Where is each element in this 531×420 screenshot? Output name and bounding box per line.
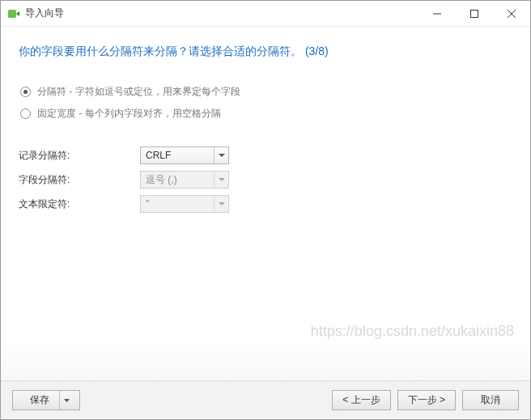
radio-fixed-width[interactable]: 固定宽度 - 每个列内字段对齐，用空格分隔	[20, 107, 512, 121]
cancel-button[interactable]: 取消	[462, 390, 519, 410]
window-controls	[418, 1, 530, 26]
window-title: 导入向导	[25, 6, 418, 20]
field-delimiter-value: 逗号 (,)	[146, 173, 177, 187]
delimiter-type-group: 分隔符 - 字符如逗号或定位，用来界定每个字段 固定宽度 - 每个列内字段对齐，…	[19, 85, 512, 129]
text-qualifier-value: "	[146, 198, 149, 210]
svg-rect-0	[8, 10, 16, 18]
record-delimiter-value: CRLF	[146, 150, 171, 161]
save-button[interactable]: 保存	[12, 390, 80, 410]
watermark-text: https://blog.csdn.net/xukaixin88	[311, 323, 514, 340]
row-text-qualifier: 文本限定符: "	[19, 195, 512, 213]
radio-delimited[interactable]: 分隔符 - 字符如逗号或定位，用来界定每个字段	[20, 85, 512, 99]
row-field-delimiter: 字段分隔符: 逗号 (,)	[19, 171, 512, 189]
chevron-down-icon	[214, 172, 228, 188]
radio-icon	[20, 108, 31, 119]
record-delimiter-select[interactable]: CRLF	[140, 146, 229, 164]
chevron-down-icon	[214, 196, 228, 212]
text-qualifier-select: "	[140, 195, 229, 213]
import-wizard-window: 导入向导 你的字段要用什么分隔符来分隔？请选择合适的分隔符。 (3/8) 分隔符…	[0, 0, 531, 420]
content-area: 你的字段要用什么分隔符来分隔？请选择合适的分隔符。 (3/8) 分隔符 - 字符…	[1, 27, 530, 380]
chevron-down-icon	[214, 147, 228, 163]
record-delimiter-label: 记录分隔符:	[19, 149, 140, 163]
text-qualifier-label: 文本限定符:	[19, 197, 140, 211]
delimiter-form: 记录分隔符: CRLF 字段分隔符: 逗号 (,) 文本限定	[19, 146, 512, 219]
minimize-button[interactable]	[418, 1, 456, 26]
svg-rect-2	[471, 10, 478, 17]
next-button[interactable]: 下一步 >	[397, 390, 456, 410]
radio-delimited-label: 分隔符 - 字符如逗号或定位，用来界定每个字段	[37, 85, 240, 99]
close-button[interactable]	[493, 1, 530, 26]
field-delimiter-select: 逗号 (,)	[140, 171, 229, 189]
field-delimiter-label: 字段分隔符:	[19, 173, 140, 187]
maximize-button[interactable]	[456, 1, 493, 26]
radio-fixed-label: 固定宽度 - 每个列内字段对齐，用空格分隔	[37, 107, 221, 121]
page-heading: 你的字段要用什么分隔符来分隔？请选择合适的分隔符。 (3/8)	[19, 45, 512, 59]
app-icon	[7, 7, 20, 20]
cancel-button-label: 取消	[481, 393, 500, 407]
radio-icon	[20, 87, 31, 97]
titlebar: 导入向导	[1, 1, 530, 27]
save-button-label: 保存	[30, 393, 49, 407]
back-button[interactable]: < 上一步	[332, 390, 390, 410]
save-dropdown-toggle[interactable]	[59, 391, 74, 409]
next-button-label: 下一步 >	[408, 393, 445, 407]
footer: 保存 < 上一步 下一步 > 取消	[1, 380, 530, 419]
back-button-label: < 上一步	[342, 393, 380, 407]
row-record-delimiter: 记录分隔符: CRLF	[19, 146, 512, 164]
